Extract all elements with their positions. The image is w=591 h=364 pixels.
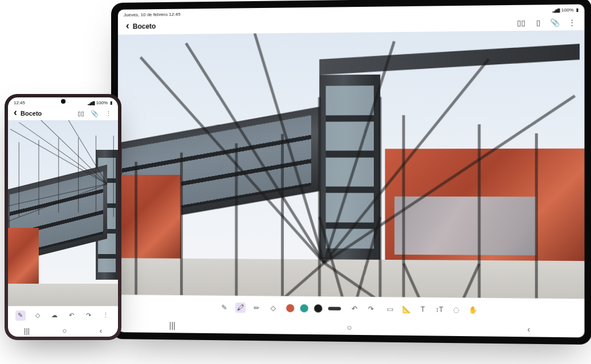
battery-icon	[576, 7, 578, 12]
back-icon[interactable]	[14, 110, 17, 117]
swatch-black[interactable]	[314, 304, 322, 312]
pen-tool[interactable]: ✎	[219, 302, 229, 312]
status-right: 100%	[552, 7, 578, 13]
undo-button[interactable]: ↶	[67, 310, 77, 321]
signal-icon	[88, 100, 94, 105]
drawing-canvas[interactable]	[8, 120, 118, 306]
drawing-canvas[interactable]	[118, 30, 585, 298]
app-header: Boceto ▯▯ 📎 ⋮	[8, 107, 118, 120]
eraser-tool[interactable]: ◇	[268, 302, 278, 313]
sketch-glass-right	[394, 197, 537, 256]
page-icon[interactable]: ▯	[534, 18, 543, 27]
nav-recents[interactable]: |||	[24, 326, 30, 335]
stroke-width[interactable]	[328, 306, 341, 310]
header-left[interactable]: Boceto	[14, 110, 42, 117]
page-title: Boceto	[133, 22, 156, 30]
header-actions: ▯▯ 📎 ⋮	[77, 109, 112, 117]
status-time: 12:45	[14, 100, 25, 105]
marker-tool[interactable]: 🖍	[235, 302, 246, 313]
redo-button[interactable]: ↷	[366, 304, 377, 314]
more-icon[interactable]: ⋮	[104, 109, 112, 117]
phone-screen: 12:45 100% Boceto ▯▯ 📎 ⋮	[8, 97, 118, 337]
header-left[interactable]: Boceto	[126, 22, 156, 31]
page-title: Boceto	[21, 110, 42, 117]
more-icon[interactable]: ⋮	[101, 310, 111, 321]
cloud-sync-icon[interactable]: ☁	[50, 310, 60, 321]
reader-mode-icon[interactable]: ▯▯	[77, 109, 85, 117]
tablet-device: Jueves, 10 de febrero 12:45 100% Boceto …	[111, 0, 591, 345]
shapes-tool[interactable]: ▭	[385, 304, 396, 314]
hand-tool[interactable]: ✋	[467, 304, 478, 315]
status-right: 100%	[88, 100, 112, 105]
sketch-red-wall-left	[8, 228, 39, 284]
status-datetime: Jueves, 10 de febrero 12:45	[124, 11, 181, 17]
redo-button[interactable]: ↷	[84, 310, 94, 321]
color-swatches	[286, 304, 341, 312]
tablet-notch	[336, 0, 358, 6]
header-actions: ▯▯ ▯ 📎 ⋮	[517, 18, 576, 26]
eraser-tool[interactable]: ◇	[32, 310, 43, 321]
sketch-ground	[118, 258, 585, 298]
back-icon[interactable]	[126, 23, 129, 31]
nav-recents[interactable]: |||	[169, 321, 176, 330]
undo-button[interactable]: ↶	[349, 303, 360, 313]
sketch-red-wall-left	[118, 175, 181, 259]
history-tools: ↶ ↷	[349, 303, 376, 314]
system-nav: ||| ○ ‹	[8, 324, 118, 337]
ruler-tool[interactable]: 📐	[401, 304, 411, 314]
battery-percent: 100%	[96, 100, 108, 105]
nav-back[interactable]: ‹	[527, 325, 530, 334]
tablet-screen: Jueves, 10 de febrero 12:45 100% Boceto …	[118, 4, 585, 337]
nav-home[interactable]: ○	[347, 322, 352, 332]
phone-device: 12:45 100% Boceto ▯▯ 📎 ⋮	[5, 94, 121, 340]
attach-icon[interactable]: 📎	[551, 18, 559, 27]
phone-camera	[61, 99, 66, 104]
swatch-teal[interactable]	[300, 304, 308, 312]
sketch-tower	[320, 75, 380, 260]
pen-tool[interactable]: ✎	[15, 310, 26, 321]
straighten-tool[interactable]: ↕T	[434, 304, 445, 315]
text-tool[interactable]: T	[418, 304, 429, 314]
lasso-tool[interactable]: ◌	[451, 304, 462, 315]
battery-percent: 100%	[561, 7, 574, 13]
highlighter-tool[interactable]: ✏	[251, 302, 262, 313]
drawing-toolbar: ✎ ◇ ☁ ↶ ↷ ⋮	[8, 306, 118, 324]
swatch-red[interactable]	[286, 304, 294, 312]
sketch-ground	[8, 284, 118, 306]
battery-icon	[110, 100, 112, 105]
attach-icon[interactable]: 📎	[91, 109, 99, 117]
extra-tools: ▭ 📐 T ↕T ◌ ✋	[385, 304, 478, 315]
nav-back[interactable]: ‹	[100, 326, 102, 335]
reader-mode-icon[interactable]: ▯▯	[517, 18, 525, 27]
pen-tools: ✎ 🖍 ✏ ◇	[219, 302, 278, 313]
signal-icon	[552, 7, 559, 13]
more-icon[interactable]: ⋮	[568, 18, 576, 26]
nav-home[interactable]: ○	[62, 326, 67, 335]
